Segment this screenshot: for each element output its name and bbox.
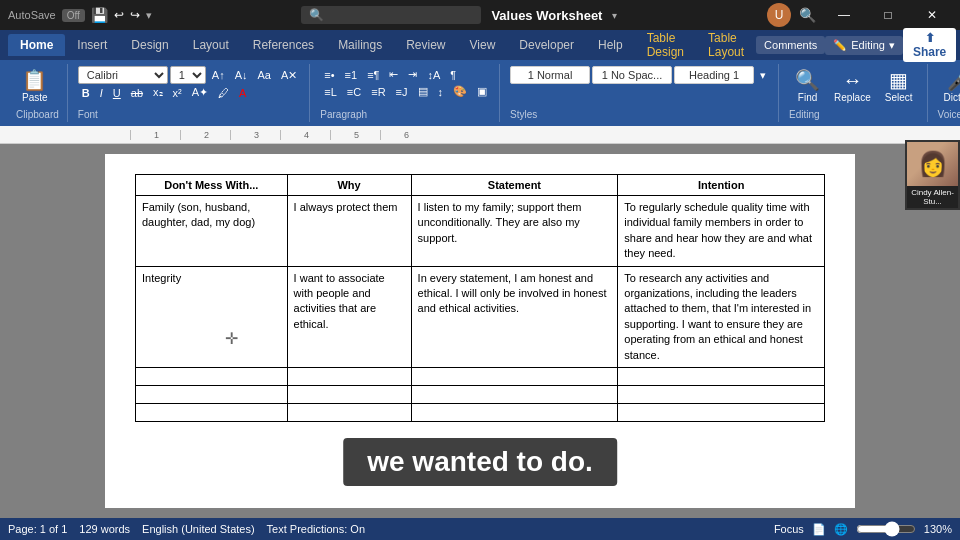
style-normal[interactable]: 1 Normal	[510, 66, 590, 84]
document[interactable]: ✛ Don't Mess With... Why Statement Inten…	[105, 154, 855, 508]
maximize-button[interactable]: □	[868, 0, 908, 30]
bullets-button[interactable]: ≡•	[320, 67, 338, 83]
redo-icon[interactable]: ↪	[130, 8, 140, 22]
subscript-button[interactable]: x₂	[149, 84, 167, 101]
tab-mailings[interactable]: Mailings	[326, 34, 394, 56]
strikethrough-button[interactable]: ab	[127, 85, 147, 101]
quick-access-icon[interactable]: ▾	[146, 9, 152, 22]
style-nospace[interactable]: 1 No Spac...	[592, 66, 672, 84]
cell-3-4[interactable]	[618, 367, 825, 385]
paste-button[interactable]: 📋 Paste	[16, 66, 54, 105]
font-color-button[interactable]: A	[235, 85, 250, 101]
tab-layout[interactable]: Layout	[181, 34, 241, 56]
text-effects-button[interactable]: A✦	[188, 84, 212, 101]
cell-5-4[interactable]	[618, 403, 825, 421]
cell-2-2[interactable]: I want to associate with people and acti…	[287, 266, 411, 367]
dictate-button[interactable]: 🎤 Dictate	[938, 66, 960, 105]
autosave-label: AutoSave	[8, 9, 56, 21]
para-row2: ≡L ≡C ≡R ≡J ▤ ↕ 🎨 ▣	[320, 83, 491, 100]
align-left-button[interactable]: ≡L	[320, 84, 341, 100]
cell-3-1[interactable]	[136, 367, 288, 385]
editing-dropdown-icon: ▾	[889, 39, 895, 52]
comments-button[interactable]: Comments	[756, 36, 825, 54]
tab-table-layout[interactable]: Table Layout	[696, 27, 756, 63]
sort-button[interactable]: ↕A	[423, 67, 444, 83]
tab-developer[interactable]: Developer	[507, 34, 586, 56]
microphone-icon: 🎤	[947, 68, 960, 92]
bold-button[interactable]: B	[78, 85, 94, 101]
cell-4-3[interactable]	[411, 385, 618, 403]
view-web-icon[interactable]: 🌐	[834, 523, 848, 536]
borders-button[interactable]: ▣	[473, 83, 491, 100]
tab-help[interactable]: Help	[586, 34, 635, 56]
align-right-button[interactable]: ≡R	[367, 84, 389, 100]
cell-4-1[interactable]	[136, 385, 288, 403]
justify-button[interactable]: ≡J	[392, 84, 412, 100]
search2-icon[interactable]: 🔍	[799, 7, 816, 23]
font-selector[interactable]: Calibri	[78, 66, 168, 84]
close-button[interactable]: ✕	[912, 0, 952, 30]
find-button[interactable]: 🔍 Find	[789, 66, 826, 105]
tab-insert[interactable]: Insert	[65, 34, 119, 56]
view-print-icon[interactable]: 📄	[812, 523, 826, 536]
align-center-button[interactable]: ≡C	[343, 84, 365, 100]
editing-group-label: Editing	[789, 107, 820, 120]
tab-review[interactable]: Review	[394, 34, 457, 56]
cell-1-4[interactable]: To regularly schedule quality time with …	[618, 196, 825, 267]
table-header-row: Don't Mess With... Why Statement Intenti…	[136, 175, 825, 196]
highlight-button[interactable]: 🖊	[214, 85, 233, 101]
editing-button[interactable]: ✏️ Editing ▾	[825, 36, 903, 55]
select-button[interactable]: ▦ Select	[879, 66, 919, 105]
tab-table-design[interactable]: Table Design	[635, 27, 696, 63]
cell-5-1[interactable]	[136, 403, 288, 421]
styles-dropdown-button[interactable]: ▾	[756, 67, 770, 84]
col-header-1: Don't Mess With...	[136, 175, 288, 196]
focus-label[interactable]: Focus	[774, 523, 804, 535]
minimize-button[interactable]: —	[824, 0, 864, 30]
font-size-selector[interactable]: 11	[170, 66, 206, 84]
cell-1-1[interactable]: Family (son, husband, daughter, dad, my …	[136, 196, 288, 267]
undo-icon[interactable]: ↩	[114, 8, 124, 22]
multilevel-button[interactable]: ≡¶	[363, 67, 383, 83]
replace-button[interactable]: ↔ Replace	[828, 67, 877, 105]
search-input[interactable]	[328, 9, 468, 21]
cell-4-2[interactable]	[287, 385, 411, 403]
italic-button[interactable]: I	[96, 85, 107, 101]
cell-5-3[interactable]	[411, 403, 618, 421]
share-button[interactable]: ⬆ Share	[903, 28, 956, 62]
increase-indent-button[interactable]: ⇥	[404, 66, 421, 83]
tab-design[interactable]: Design	[119, 34, 180, 56]
shading-button[interactable]: 🎨	[449, 83, 471, 100]
profile-icon[interactable]: U	[767, 3, 791, 27]
cell-2-1[interactable]: Integrity	[136, 266, 288, 367]
cell-1-2[interactable]: I always protect them	[287, 196, 411, 267]
change-case-button[interactable]: Aa	[254, 67, 275, 83]
numbering-button[interactable]: ≡1	[341, 67, 362, 83]
cell-5-2[interactable]	[287, 403, 411, 421]
save-icon[interactable]: 💾	[91, 7, 108, 23]
zoom-slider[interactable]	[856, 521, 916, 537]
grow-font-button[interactable]: A↑	[208, 67, 229, 83]
cell-2-3[interactable]: In every statement, I am honest and ethi…	[411, 266, 618, 367]
cell-4-4[interactable]	[618, 385, 825, 403]
underline-button[interactable]: U	[109, 85, 125, 101]
tab-home[interactable]: Home	[8, 34, 65, 56]
show-hide-button[interactable]: ¶	[446, 67, 460, 83]
cell-2-4[interactable]: To research any activities and organizat…	[618, 266, 825, 367]
tab-view[interactable]: View	[458, 34, 508, 56]
table-move-handle[interactable]: ✛	[225, 329, 238, 348]
shrink-font-button[interactable]: A↓	[231, 67, 252, 83]
line-spacing-button[interactable]: ↕	[434, 84, 448, 100]
cell-1-3[interactable]: I listen to my family; support them unco…	[411, 196, 618, 267]
superscript-button[interactable]: x²	[169, 85, 186, 101]
dropdown-icon[interactable]: ▾	[612, 10, 617, 21]
tab-references[interactable]: References	[241, 34, 326, 56]
style-heading1[interactable]: Heading 1	[674, 66, 754, 84]
columns-button[interactable]: ▤	[414, 83, 432, 100]
decrease-indent-button[interactable]: ⇤	[385, 66, 402, 83]
clear-format-button[interactable]: A✕	[277, 67, 301, 84]
cell-3-3[interactable]	[411, 367, 618, 385]
search-bar[interactable]: 🔍	[301, 6, 481, 24]
cell-3-2[interactable]	[287, 367, 411, 385]
autosave-toggle[interactable]: Off	[62, 9, 85, 22]
